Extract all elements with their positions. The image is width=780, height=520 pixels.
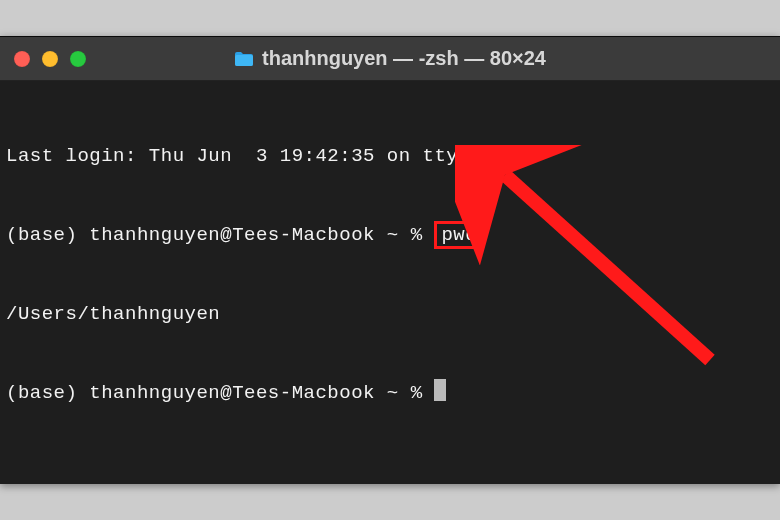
cursor [434,379,446,401]
minimize-button[interactable] [42,51,58,67]
traffic-lights [14,51,86,67]
last-login-line: Last login: Thu Jun 3 19:42:35 on ttys00… [6,143,774,169]
folder-icon [234,51,254,67]
svg-rect-0 [235,55,253,66]
prompt-prefix-1: (base) thanhnguyen@Tees-Macbook ~ % [6,224,434,246]
prompt-line-2: (base) thanhnguyen@Tees-Macbook ~ % [6,379,774,406]
window-title-container: thanhnguyen — -zsh — 80×24 [0,47,780,70]
close-button[interactable] [14,51,30,67]
prompt-prefix-2: (base) thanhnguyen@Tees-Macbook ~ % [6,382,434,404]
window-title: thanhnguyen — -zsh — 80×24 [262,47,546,70]
prompt-line-1: (base) thanhnguyen@Tees-Macbook ~ % pwd [6,221,774,249]
terminal-window: thanhnguyen — -zsh — 80×24 Last login: T… [0,36,780,484]
maximize-button[interactable] [70,51,86,67]
terminal-body[interactable]: Last login: Thu Jun 3 19:42:35 on ttys00… [0,81,780,468]
title-bar: thanhnguyen — -zsh — 80×24 [0,37,780,81]
output-line-1: /Users/thanhnguyen [6,301,774,327]
command-pwd: pwd [434,221,484,249]
